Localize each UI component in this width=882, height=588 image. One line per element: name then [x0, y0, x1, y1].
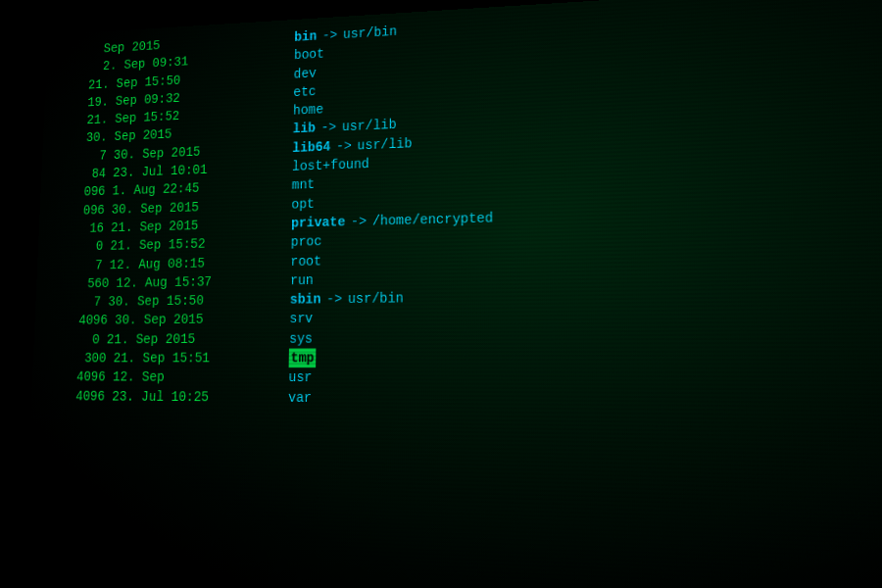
left-line-20: 4096 23. Jul 10:25	[39, 386, 278, 407]
terminal-window: Sep 2015 2. Sep 09:31 21. Sep 15:50 19. …	[24, 0, 882, 588]
left-line-16: 4096 30. Sep 2015	[43, 310, 280, 330]
right-line-tmp: tmp	[289, 347, 882, 368]
tmp-highlight: tmp	[289, 348, 317, 368]
left-column: Sep 2015 2. Sep 09:31 21. Sep 15:50 19. …	[32, 29, 285, 580]
left-line-18: 300 21. Sep 15:51	[41, 349, 279, 368]
left-line-19: 4096 12. Sep	[40, 368, 279, 387]
right-column: bin -> usr/bin boot dev etc home lib	[275, 0, 882, 588]
right-line-var: var	[288, 388, 882, 413]
right-line-sys: sys	[289, 325, 882, 349]
left-line-17: 0 21. Sep 2015	[42, 329, 280, 349]
left-line-15: 7 30. Sep 15:50	[44, 290, 281, 312]
terminal-content: Sep 2015 2. Sep 09:31 21. Sep 15:50 19. …	[24, 0, 882, 588]
